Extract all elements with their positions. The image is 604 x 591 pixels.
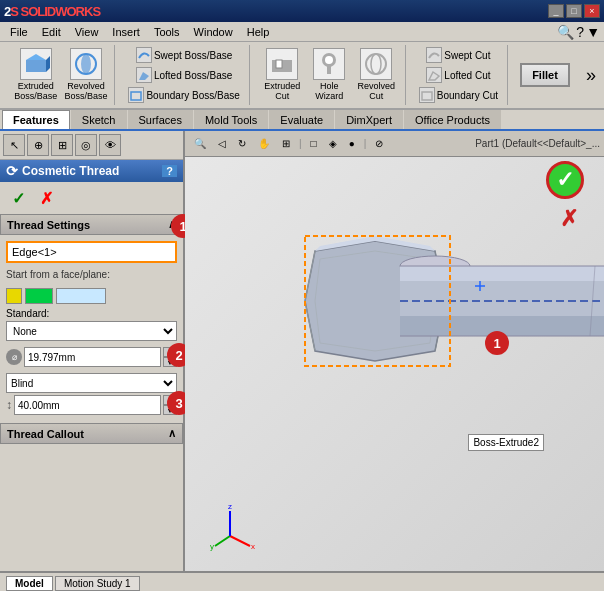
vp-appearance-button[interactable]: ● [344, 135, 360, 152]
revolved-boss-label: RevolvedBoss/Base [64, 82, 107, 102]
options-icon[interactable]: ▼ [586, 24, 600, 40]
extruded-cut-button[interactable]: ExtrudedCut [260, 46, 305, 104]
boundary-cut-button[interactable]: Boundary Cut [416, 85, 501, 105]
tab-motion-study[interactable]: Motion Study 1 [55, 576, 140, 591]
thread-settings-header[interactable]: Thread Settings ∧ [0, 214, 183, 235]
vp-select-button[interactable]: ⊞ [277, 135, 295, 152]
boundary-cut-label: Boundary Cut [437, 90, 498, 101]
depth-input[interactable]: 40.00mm [14, 395, 161, 415]
badge-4-checkmark[interactable]: ✓ [546, 161, 584, 199]
menu-file[interactable]: File [4, 24, 34, 40]
extruded-boss-base-button[interactable]: Extruded Boss/Base [10, 46, 61, 104]
menu-insert[interactable]: Insert [106, 24, 146, 40]
main-area: ↖ ⊕ ⊞ ◎ 👁 ⟳ Cosmetic Thread ? ✓ ✗ Thread… [0, 131, 604, 571]
toolbar-group-swept-cut: Swept Cut Lofted Cut Boundary Cut [410, 45, 508, 105]
blind-select[interactable]: Blind [6, 373, 177, 393]
depth-icon: ↕ [6, 398, 12, 412]
svg-point-4 [81, 54, 91, 74]
diameter-input[interactable]: 19.797mm [24, 347, 161, 367]
swept-boss-base-button[interactable]: Swept Boss/Base [133, 45, 235, 65]
ok-button[interactable]: ✓ [6, 186, 30, 210]
swept-cut-button[interactable]: Swept Cut [423, 45, 493, 65]
main-toolbar: Extruded Boss/Base RevolvedBoss/Base Swe… [0, 42, 604, 110]
cancel-button[interactable]: ✗ [34, 186, 58, 210]
swept-cut-label: Swept Cut [444, 50, 490, 61]
revolved-cut-icon [360, 48, 392, 80]
face-input-box[interactable] [56, 288, 106, 304]
revolved-cut-button[interactable]: RevolvedCut [354, 46, 399, 104]
bolt-3d-view [285, 161, 604, 541]
vp-pan-button[interactable]: ✋ [253, 135, 275, 152]
thread-callout-content [0, 444, 183, 484]
svg-point-13 [371, 54, 381, 74]
part-label: Part1 (Default<<Default>_... [475, 138, 600, 149]
menu-edit[interactable]: Edit [36, 24, 67, 40]
toolbar-expand-button[interactable]: » [582, 61, 600, 90]
question-icon[interactable]: ? [576, 24, 584, 40]
help-icon[interactable]: 🔍 [557, 24, 574, 40]
edge-input[interactable]: Edge<1> [6, 241, 177, 263]
svg-marker-1 [26, 54, 46, 60]
panel-tool-view[interactable]: ◎ [75, 134, 97, 156]
tab-sketch[interactable]: Sketch [71, 110, 127, 129]
lofted-boss-icon [136, 67, 152, 83]
face-color-indicator [25, 288, 53, 304]
thread-callout-label: Thread Callout [7, 428, 84, 440]
hole-wizard-button[interactable]: HoleWizard [307, 46, 352, 104]
tab-evaluate[interactable]: Evaluate [269, 110, 334, 129]
minimize-button[interactable]: _ [548, 4, 564, 18]
window-controls[interactable]: _ □ × [548, 4, 600, 18]
swept-boss-icon [136, 47, 152, 63]
svg-line-45 [215, 536, 230, 546]
lofted-cut-button[interactable]: Lofted Cut [423, 65, 493, 85]
extruded-cut-label: ExtrudedCut [264, 82, 300, 102]
panel-toolbar: ↖ ⊕ ⊞ ◎ 👁 [0, 131, 183, 160]
panel-tool-arrow[interactable]: ↖ [3, 134, 25, 156]
revolved-boss-icon [70, 48, 102, 80]
tab-model[interactable]: Model [6, 576, 53, 591]
svg-rect-8 [276, 60, 282, 68]
ok-cancel-bar: ✓ ✗ [0, 182, 183, 214]
standard-select[interactable]: None [6, 321, 177, 341]
vp-section-button[interactable]: ⊘ [370, 135, 388, 152]
panel-help-button[interactable]: ? [162, 165, 177, 177]
status-bar: Model Motion Study 1 [0, 571, 604, 591]
cancel-icon[interactable]: ✗ [560, 206, 578, 232]
menu-help[interactable]: Help [241, 24, 276, 40]
close-button[interactable]: × [584, 4, 600, 18]
start-from-row: Start from a face/plane: [6, 269, 177, 282]
vp-prev-button[interactable]: ◁ [213, 135, 231, 152]
menu-tools[interactable]: Tools [148, 24, 186, 40]
vp-zoom-button[interactable]: 🔍 [189, 135, 211, 152]
panel-tool-select[interactable]: ⊕ [27, 134, 49, 156]
maximize-button[interactable]: □ [566, 4, 582, 18]
diameter-icon: ⌀ [6, 349, 22, 365]
vp-view-button[interactable]: □ [306, 135, 322, 152]
toolbar-group-boss: Extruded Boss/Base RevolvedBoss/Base [4, 45, 115, 105]
thread-callout-header[interactable]: Thread Callout ∧ [0, 423, 183, 444]
tab-features[interactable]: Features [2, 110, 70, 129]
svg-point-12 [366, 54, 386, 74]
toolbar-group-cut: ExtrudedCut HoleWizard RevolvedCut [254, 45, 406, 105]
vp-perspective-button[interactable]: ◈ [324, 135, 342, 152]
viewport[interactable]: 🔍 ◁ ↻ ✋ ⊞ | □ ◈ ● | ⊘ Part1 (Default<<De… [185, 131, 604, 571]
tab-mold-tools[interactable]: Mold Tools [194, 110, 268, 129]
tab-surfaces[interactable]: Surfaces [128, 110, 193, 129]
boundary-boss-label: Boundary Boss/Base [146, 90, 239, 101]
panel-tool-zoom[interactable]: ⊞ [51, 134, 73, 156]
thread-icon: ⟳ [6, 163, 18, 179]
revolved-cut-label: RevolvedCut [358, 82, 396, 102]
vp-rotate-button[interactable]: ↻ [233, 135, 251, 152]
fillet-button[interactable]: Fillet [520, 63, 570, 87]
tab-office-products[interactable]: Office Products [404, 110, 501, 129]
revolved-boss-base-button[interactable]: RevolvedBoss/Base [63, 46, 108, 104]
lofted-boss-base-button[interactable]: Lofted Boss/Base [133, 65, 235, 85]
viewport-toolbar: 🔍 ◁ ↻ ✋ ⊞ | □ ◈ ● | ⊘ Part1 (Default<<De… [185, 131, 604, 157]
tab-dimxpert[interactable]: DimXpert [335, 110, 403, 129]
menu-view[interactable]: View [69, 24, 105, 40]
menu-window[interactable]: Window [188, 24, 239, 40]
swept-cut-icon [426, 47, 442, 63]
svg-rect-0 [26, 60, 46, 72]
panel-tool-eye[interactable]: 👁 [99, 134, 121, 156]
boundary-boss-base-button[interactable]: Boundary Boss/Base [125, 85, 242, 105]
